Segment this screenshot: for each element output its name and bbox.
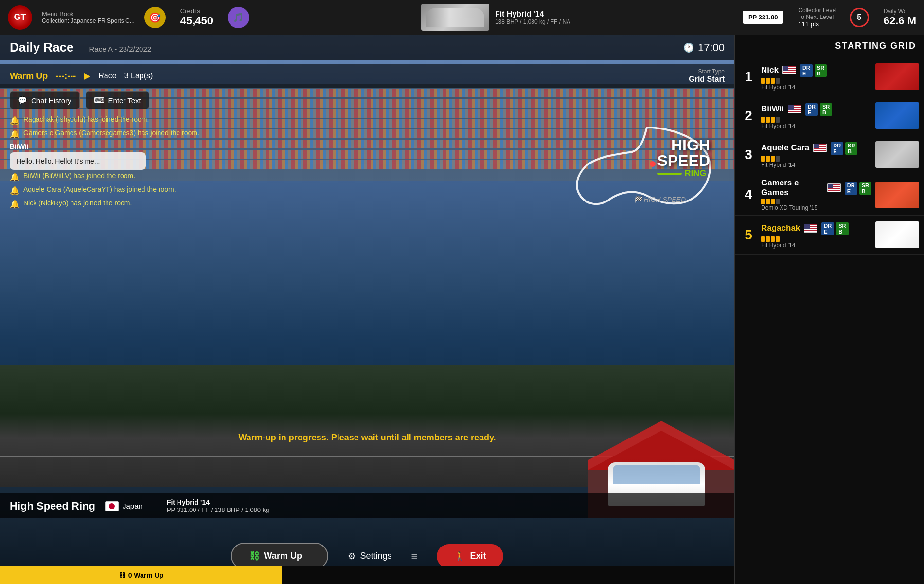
chat-history-button[interactable]: 💬 Chat History: [10, 91, 80, 109]
grid-row-2: 2 BiiWii DRE SRB Fit Hybrid '14: [735, 96, 924, 135]
exit-button[interactable]: 🚶 Exit: [437, 544, 503, 568]
driver-flag-4: [804, 224, 817, 233]
driver-info-3: Gamers e Games DRE SRB Demio XD Touring …: [761, 178, 871, 211]
dr-sr-badges-2: DRE SRB: [831, 142, 857, 155]
driver-name-4: Ragachak: [761, 223, 800, 233]
chat-msg-biiwii: BiiWii Hello, Hello, Hello! It's me...: [10, 143, 229, 170]
main-container: Daily Race Race A - 23/2/2022 🕐 17:00 Wa…: [0, 35, 924, 584]
progress-warmup-segment: ⛓ 0 Warm Up: [0, 566, 282, 584]
grid-car-img-1: [875, 102, 919, 129]
laps-info: 3 Lap(s): [124, 72, 153, 80]
credits-label: Credits: [180, 7, 213, 15]
chat-msg-box: Hello, Hello, Hello! It's me...: [10, 152, 146, 170]
grid-row-3: 3 Aquele Cara DRE SRB Fit Hybrid '14: [735, 135, 924, 174]
rating-bar-2: [771, 199, 775, 204]
menu-icon: ≡: [411, 550, 418, 562]
warm-up-dashes: ---:---: [55, 71, 76, 81]
car-image: [421, 4, 489, 31]
bell-icon-5: 🔔: [10, 200, 19, 209]
grid-pos-2: 2: [740, 108, 757, 124]
driver-name-0: Nick: [761, 65, 779, 75]
chat-messages: 🔔 Ragachak (IshyJulu) has joined the roo…: [10, 115, 229, 213]
sr-badge-3: SRB: [859, 182, 871, 195]
collection-icon[interactable]: 🎯: [144, 7, 166, 28]
start-type-label: Start Type: [689, 68, 725, 75]
grid-pos-4: 4: [740, 187, 757, 202]
chat-notif-4: 🔔 Aquele Cara (AqueleCaraYT) has joined …: [10, 185, 229, 195]
menu-book-subtitle: Collection: Japanese FR Sports C...: [42, 18, 135, 24]
rating-bars-1: [761, 117, 871, 123]
chat-notif-3: 🔔 BiiWii (BiiWiiLV) has joined the room.: [10, 172, 229, 182]
sr-badge-0: SRB: [815, 64, 827, 77]
hs-logo-small: 🏁 HIGH SPEED: [634, 196, 686, 203]
grid-car-name-3: Demio XD Touring '15: [761, 204, 871, 211]
enter-text-label: Enter Text: [108, 96, 141, 105]
grid-row-1: 1 Nick DRE SRB Fit Hybrid '14: [735, 57, 924, 96]
bell-icon-2: 🔔: [10, 129, 19, 139]
dr-badge-3: DRE: [845, 182, 857, 195]
progress-warmup-text: ⛓ 0 Warm Up: [119, 571, 164, 579]
start-type-section: Start Type Grid Start: [689, 68, 725, 84]
track-country: Japan: [105, 501, 142, 511]
sr-badge-1: SRB: [820, 103, 832, 116]
right-sidebar: STARTING GRID 1 Nick DRE SRB Fit Hybrid …: [734, 35, 924, 584]
car-name: Fit Hybrid '14: [495, 10, 570, 18]
menu-book-section: Menu Book Collection: Japanese FR Sports…: [42, 10, 135, 24]
rating-bar-3: [776, 199, 780, 204]
chain-icon: ⛓: [249, 550, 259, 562]
rating-bars-0: [761, 78, 871, 84]
credits-section: Credits 45,450: [180, 7, 213, 27]
race-label: Race: [98, 72, 116, 80]
driver-info-2: Aquele Cara DRE SRB Fit Hybrid '14: [761, 141, 871, 168]
svg-point-3: [650, 161, 656, 167]
keyboard-icon: ⌨: [94, 96, 105, 105]
bell-icon-1: 🔔: [10, 116, 19, 125]
chat-username: BiiWii: [10, 143, 229, 150]
chat-notif-1: 🔔 Ragachak (IshyJulu) has joined the roo…: [10, 115, 229, 125]
start-type-value: Grid Start: [689, 75, 725, 84]
collector-label: Collector Level: [798, 7, 836, 14]
rating-bar-3: [776, 156, 780, 162]
play-arrow-icon: ▶: [84, 71, 90, 81]
menu-book-title: Menu Book: [42, 10, 135, 18]
dr-badge-0: DRE: [800, 64, 813, 77]
driver-flag-0: [782, 66, 796, 74]
track-name: High Speed Ring: [10, 500, 95, 512]
driver-flag-2: [813, 144, 827, 152]
grid-header: STARTING GRID: [735, 35, 924, 57]
rating-bar-1: [766, 199, 770, 204]
bell-icon-4: 🔔: [10, 186, 19, 195]
collector-section: Collector Level To Next Level 111 pts: [798, 7, 836, 28]
menu-button[interactable]: ≡: [411, 550, 418, 563]
music-button[interactable]: 🎵: [228, 7, 249, 28]
warm-up-button-label: Warm Up: [264, 551, 302, 561]
grid-car-img-0: [875, 63, 919, 90]
daily-wo-section: Daily Wo 62.6 M: [884, 8, 916, 27]
top-bar: GT Menu Book Collection: Japanese FR Spo…: [0, 0, 924, 35]
dr-sr-badges-0: DRE SRB: [800, 64, 827, 77]
enter-text-button[interactable]: ⌨ Enter Text: [86, 91, 149, 109]
chat-notif-5: 🔔 Nick (NickRyo) has joined the room.: [10, 199, 229, 209]
collector-sublabel: To Next Level: [798, 14, 834, 20]
grid-row-4: 4 Gamers e Games DRE SRB Demio XD Tourin…: [735, 174, 924, 216]
warmup-icon-small: ⛓: [119, 571, 125, 579]
track-info-bar: High Speed Ring Japan Fit Hybrid '14 PP …: [0, 493, 734, 518]
settings-label: Settings: [360, 551, 392, 561]
rating-bar-0: [761, 78, 765, 84]
rating-bars-2: [761, 156, 871, 162]
hs-text-main: HIGH: [657, 137, 710, 153]
driver-name-1: BiiWii: [761, 104, 784, 114]
gear-icon: ⚙: [348, 551, 355, 562]
rating-bar-2: [771, 156, 775, 162]
grid-car-name-1: Fit Hybrid '14: [761, 123, 871, 129]
car-info-overlay: Fit Hybrid '14 PP 331.00 / FF / 138 BHP …: [167, 498, 269, 513]
dr-badge-1: DRE: [805, 103, 818, 116]
exit-icon: 🚶: [454, 551, 465, 562]
warm-up-label: Warm Up: [10, 71, 48, 81]
warm-up-button[interactable]: ⛓ Warm Up: [231, 543, 328, 569]
car-section: Fit Hybrid '14 138 BHP / 1,080 kg / FF /…: [259, 4, 733, 31]
car-specs: 138 BHP / 1,080 kg / FF / NA: [495, 18, 570, 25]
settings-button[interactable]: ⚙ Settings: [348, 551, 392, 562]
rating-bar-1: [766, 78, 770, 84]
chat-buttons: 💬 Chat History ⌨ Enter Text: [10, 91, 149, 109]
